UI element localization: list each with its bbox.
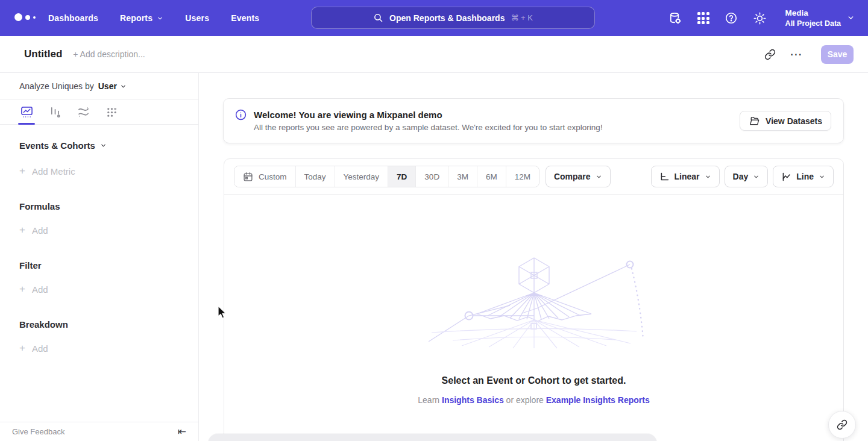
settings-gear-icon[interactable] — [753, 11, 767, 25]
plus-icon: + — [19, 342, 25, 354]
nav-label: Users — [185, 13, 209, 23]
flow-icon — [77, 106, 90, 118]
ellipsis-icon: ⋯ — [790, 51, 803, 57]
range-3m[interactable]: 3M — [448, 166, 477, 187]
nav-users[interactable]: Users — [185, 13, 209, 23]
tab-metric-grid[interactable] — [105, 105, 118, 119]
range-label: 6M — [486, 172, 497, 181]
granularity-dropdown[interactable]: Day — [725, 166, 769, 187]
bar-chart-icon — [49, 106, 61, 118]
project-switcher[interactable]: Media All Project Data — [785, 8, 855, 28]
add-filter-button[interactable]: + Add — [19, 283, 179, 295]
primary-nav: Dashboards Reports Users Events — [48, 0, 259, 36]
range-label: Custom — [259, 172, 287, 181]
search-shortcut: ⌘ + K — [511, 13, 533, 22]
plus-icon: + — [19, 224, 25, 236]
range-label: 30D — [424, 172, 439, 181]
global-search-input[interactable]: Open Reports & Dashboards ⌘ + K — [311, 7, 595, 29]
range-6m[interactable]: 6M — [477, 166, 506, 187]
analyze-entity-value: User — [98, 81, 117, 91]
chevron-down-icon — [157, 15, 163, 22]
help-icon[interactable] — [725, 11, 738, 25]
nav-utilities: Media All Project Data — [668, 0, 855, 36]
top-nav: Dashboards Reports Users Events Open Rep… — [0, 0, 868, 36]
insights-basics-link[interactable]: Insights Basics — [442, 395, 504, 405]
section-title-label: Formulas — [19, 201, 60, 211]
range-12m[interactable]: 12M — [506, 166, 539, 187]
nav-reports[interactable]: Reports — [120, 13, 163, 23]
granularity-label: Day — [733, 172, 749, 181]
results-drawer-peek[interactable] — [208, 434, 657, 441]
analyze-label: Analyze Uniques by — [19, 81, 94, 91]
range-today[interactable]: Today — [295, 166, 335, 187]
range-30d[interactable]: 30D — [415, 166, 448, 187]
formulas-section-header: Formulas — [19, 201, 179, 211]
linear-axis-icon — [659, 172, 670, 182]
range-label: Yesterday — [344, 172, 380, 181]
range-custom[interactable]: Custom — [234, 166, 295, 187]
scale-label: Linear — [675, 172, 700, 181]
view-datasets-label: View Datasets — [766, 116, 822, 126]
events-cohorts-section-header[interactable]: Events & Cohorts — [19, 140, 179, 151]
breakdown-section-header: Breakdown — [19, 319, 179, 330]
add-breakdown-button[interactable]: + Add — [19, 342, 179, 354]
chart-type-dropdown[interactable]: Line — [773, 166, 834, 187]
chevron-down-icon — [596, 174, 602, 180]
more-options-button[interactable]: ⋯ — [786, 44, 807, 64]
tab-flow[interactable] — [77, 105, 90, 119]
example-insights-reports-link[interactable]: Example Insights Reports — [546, 395, 650, 405]
date-range-segmented-control: Custom Today Yesterday 7D 30D 3M 6M 12M — [234, 166, 539, 187]
logo-dot — [25, 15, 30, 20]
data-management-icon[interactable] — [668, 11, 682, 25]
apps-grid-icon[interactable] — [697, 12, 709, 24]
nav-dashboards[interactable]: Dashboards — [48, 13, 98, 23]
welcome-banner: Welcome! You are viewing a Mixpanel demo… — [223, 98, 844, 143]
add-formula-label: Add — [32, 225, 48, 236]
mixpanel-logo[interactable] — [14, 13, 36, 21]
nav-events[interactable]: Events — [231, 13, 259, 23]
nav-label: Dashboards — [48, 13, 98, 23]
report-description-placeholder[interactable]: + Add description... — [73, 49, 145, 59]
plus-icon: + — [19, 283, 25, 295]
add-metric-label: Add Metric — [32, 166, 75, 177]
scale-dropdown[interactable]: Linear — [651, 166, 720, 187]
compare-dropdown[interactable]: Compare — [546, 166, 611, 187]
add-metric-button[interactable]: + Add Metric — [19, 165, 179, 177]
filter-section-header: Filter — [19, 260, 179, 271]
chevron-down-icon — [819, 174, 825, 180]
tab-line-chart[interactable] — [20, 105, 33, 119]
range-label: 12M — [515, 172, 530, 181]
report-canvas: Welcome! You are viewing a Mixpanel demo… — [199, 73, 868, 441]
tab-bar-chart[interactable] — [48, 105, 61, 119]
analyze-row: Analyze Uniques by User — [0, 73, 198, 100]
search-icon — [373, 13, 383, 23]
add-filter-label: Add — [32, 284, 48, 295]
sidebar-footer: Give Feedback ⇤ — [0, 422, 198, 441]
search-placeholder: Open Reports & Dashboards — [389, 13, 505, 23]
chevron-down-icon — [120, 83, 127, 90]
share-link-fab[interactable] — [828, 411, 856, 439]
view-datasets-button[interactable]: View Datasets — [740, 111, 831, 131]
add-formula-button[interactable]: + Add — [19, 224, 179, 236]
query-builder-sidebar: Analyze Uniques by User Events & Cohorts… — [0, 73, 199, 441]
save-button[interactable]: Save — [821, 45, 854, 64]
copy-link-button[interactable] — [760, 44, 780, 64]
give-feedback-link[interactable]: Give Feedback — [12, 427, 64, 436]
empty-state-title: Select an Event or Cohort to get started… — [442, 375, 626, 386]
range-7d[interactable]: 7D — [388, 166, 415, 187]
folder-icon — [749, 116, 760, 127]
chevron-down-icon — [100, 142, 107, 149]
learn-prefix: Learn — [418, 395, 439, 405]
nav-label: Events — [231, 13, 259, 23]
info-icon — [234, 108, 247, 121]
add-breakdown-label: Add — [32, 343, 48, 354]
chevron-down-icon — [847, 14, 855, 22]
analyze-entity-dropdown[interactable]: User — [98, 81, 127, 91]
empty-state: Select an Event or Cohort to get started… — [224, 255, 843, 405]
banner-title: Welcome! You are viewing a Mixpanel demo — [254, 110, 603, 120]
report-title[interactable]: Untitled — [24, 48, 62, 60]
project-scope: All Project Data — [785, 19, 841, 28]
empty-state-illustration — [420, 255, 649, 349]
collapse-sidebar-icon[interactable]: ⇤ — [178, 427, 186, 437]
range-yesterday[interactable]: Yesterday — [335, 166, 388, 187]
